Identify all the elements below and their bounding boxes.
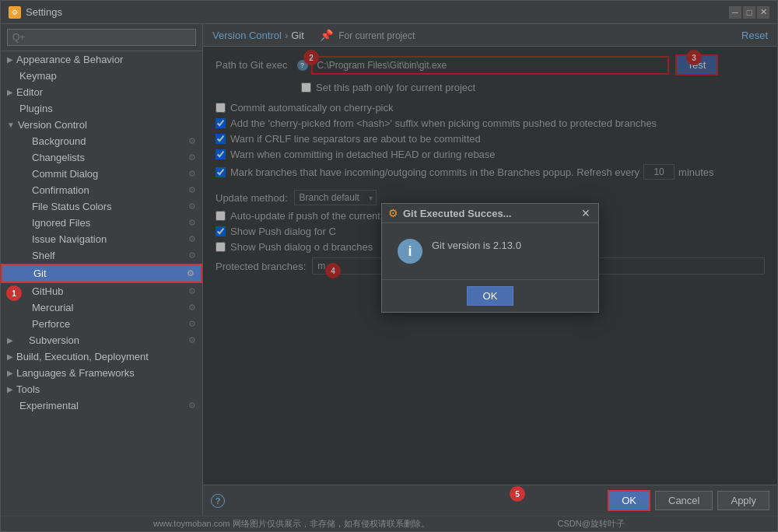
git-icon: ⚙: [388, 207, 398, 219]
dialog-ok-button[interactable]: OK: [467, 286, 514, 306]
maximize-button[interactable]: □: [743, 6, 755, 19]
ok-button[interactable]: OK: [608, 490, 650, 511]
info-icon: i: [398, 239, 422, 264]
settings-icon: ⚙: [188, 201, 196, 212]
expand-icon: ▶: [7, 385, 13, 394]
settings-icon: ⚙: [188, 319, 196, 329]
expand-icon: ▶: [7, 336, 13, 345]
minimize-button[interactable]: ─: [729, 6, 741, 19]
help-icon[interactable]: ?: [211, 494, 225, 508]
sidebar-item-commit-dialog[interactable]: Commit Dialog ⚙: [1, 166, 202, 182]
search-box: [1, 24, 202, 51]
sidebar-item-mercurial[interactable]: Mercurial ⚙: [1, 299, 202, 316]
settings-icon: ⚙: [188, 234, 196, 244]
sidebar-item-label: Perforce: [32, 318, 70, 330]
expand-icon: ▶: [7, 55, 13, 64]
main-content: ▶ Appearance & Behavior Keymap ▶ Editor …: [1, 24, 777, 516]
sidebar-item-label: Plugins: [19, 103, 53, 114]
settings-icon: ⚙: [188, 286, 196, 296]
sidebar-item-git[interactable]: Git ⚙: [1, 264, 202, 283]
expand-icon: ▼: [7, 121, 15, 129]
close-button[interactable]: ✕: [757, 6, 769, 19]
dialog-message: Git version is 2.13.0: [432, 239, 521, 253]
settings-icon: ⚙: [188, 185, 196, 195]
sidebar-item-label: Confirmation: [32, 184, 89, 196]
settings-icon: ⚙: [188, 169, 196, 179]
window-title: Settings: [26, 6, 729, 18]
sidebar-item-label: Languages & Frameworks: [16, 367, 135, 379]
search-input[interactable]: [7, 29, 196, 46]
main-header: Version Control › Git 📌 For current proj…: [203, 24, 777, 47]
sidebar-item-label: Tools: [16, 383, 40, 395]
settings-window: ⚙ Settings ─ □ ✕ ▶ Appearance & Behavior…: [0, 0, 778, 532]
sidebar-item-shelf[interactable]: Shelf ⚙: [1, 247, 202, 264]
main-body: Path to Git exec ? Test Set this path on…: [203, 47, 777, 485]
expand-icon: ▶: [7, 369, 13, 377]
window-controls: ─ □ ✕: [729, 6, 769, 19]
expand-icon: ▶: [7, 88, 13, 96]
sidebar-item-label: Editor: [16, 86, 43, 98]
sidebar-item-ignored[interactable]: Ignored Files ⚙: [1, 215, 202, 231]
main-panel: Version Control › Git 📌 For current proj…: [203, 24, 777, 516]
sidebar-item-file-status[interactable]: File Status Colors ⚙: [1, 198, 202, 215]
dialog-title: Git Executed Succes...: [403, 208, 580, 219]
success-dialog-overlay: ⚙ Git Executed Succes... ✕ i Git version…: [203, 47, 777, 485]
sidebar-item-github[interactable]: GitHub ⚙: [1, 283, 202, 299]
app-icon: ⚙: [9, 6, 21, 19]
sidebar-item-label: Shelf: [32, 250, 55, 261]
settings-icon: ⚙: [188, 335, 196, 345]
sidebar-item-label: Ignored Files: [32, 217, 90, 229]
sidebar-item-label: Experimental: [19, 400, 79, 411]
sidebar-item-appearance[interactable]: ▶ Appearance & Behavior: [1, 51, 202, 68]
sidebar-item-changelists[interactable]: Changelists ⚙: [1, 149, 202, 166]
sidebar-item-tools[interactable]: ▶ Tools: [1, 381, 202, 397]
breadcrumb-separator: ›: [285, 30, 288, 41]
sidebar-item-subversion[interactable]: ▶ Subversion ⚙: [1, 332, 202, 348]
sidebar-item-languages[interactable]: ▶ Languages & Frameworks: [1, 365, 202, 381]
breadcrumb-git: Git: [291, 30, 304, 41]
settings-icon: ⚙: [188, 218, 196, 228]
apply-button[interactable]: Apply: [717, 491, 769, 510]
sidebar-item-plugins[interactable]: Plugins: [1, 100, 202, 117]
settings-icon: ⚙: [188, 136, 196, 146]
breadcrumb-vc[interactable]: Version Control: [212, 30, 282, 41]
sidebar-tree: ▶ Appearance & Behavior Keymap ▶ Editor …: [1, 51, 202, 516]
sidebar-item-version-control[interactable]: ▼ Version Control: [1, 117, 202, 133]
sidebar-item-label: Mercurial: [32, 302, 73, 313]
dialog-titlebar: ⚙ Git Executed Succes... ✕: [382, 204, 598, 223]
bottom-bar: ? OK Cancel Apply: [203, 485, 777, 516]
sidebar-item-label: GitHub: [32, 285, 63, 297]
sidebar: ▶ Appearance & Behavior Keymap ▶ Editor …: [1, 24, 203, 516]
sidebar-item-label: Commit Dialog: [32, 168, 98, 180]
watermark: www.toymoban.com 网络图片仅供展示，非存储，如有侵权请联系删除。…: [1, 516, 777, 531]
settings-icon: ⚙: [188, 152, 196, 163]
sidebar-item-label: File Status Colors: [32, 201, 112, 212]
sidebar-item-label: Background: [32, 135, 86, 147]
for-project-label: 📌 For current project: [320, 29, 415, 41]
settings-icon: ⚙: [187, 268, 194, 278]
sidebar-item-label: Issue Navigation: [32, 233, 107, 245]
sidebar-item-label: Subversion: [29, 334, 79, 346]
sidebar-item-label: Keymap: [19, 70, 57, 82]
sidebar-item-keymap[interactable]: Keymap: [1, 68, 202, 84]
sidebar-item-issue-nav[interactable]: Issue Navigation ⚙: [1, 231, 202, 247]
sidebar-item-label: Version Control: [18, 119, 87, 131]
sidebar-item-build-exec[interactable]: ▶ Build, Execution, Deployment: [1, 348, 202, 365]
settings-icon: ⚙: [188, 303, 196, 313]
number-circle-1: 1: [6, 285, 22, 301]
sidebar-item-perforce[interactable]: Perforce ⚙: [1, 316, 202, 332]
settings-icon: ⚙: [188, 401, 196, 411]
sidebar-item-background[interactable]: Background ⚙: [1, 133, 202, 149]
sidebar-item-label: Appearance & Behavior: [16, 54, 123, 65]
success-dialog: ⚙ Git Executed Succes... ✕ i Git version…: [381, 203, 599, 313]
sidebar-item-confirmation[interactable]: Confirmation ⚙: [1, 182, 202, 198]
dialog-close-button[interactable]: ✕: [580, 207, 592, 219]
sidebar-item-label: Build, Execution, Deployment: [16, 351, 149, 362]
cancel-button[interactable]: Cancel: [655, 491, 713, 510]
sidebar-item-label: Changelists: [32, 152, 85, 163]
sidebar-item-experimental[interactable]: Experimental ⚙: [1, 397, 202, 414]
settings-icon: ⚙: [188, 250, 196, 261]
reset-link[interactable]: Reset: [741, 30, 768, 41]
sidebar-item-editor[interactable]: ▶ Editor: [1, 84, 202, 100]
dialog-body: i Git version is 2.13.0: [382, 223, 598, 279]
